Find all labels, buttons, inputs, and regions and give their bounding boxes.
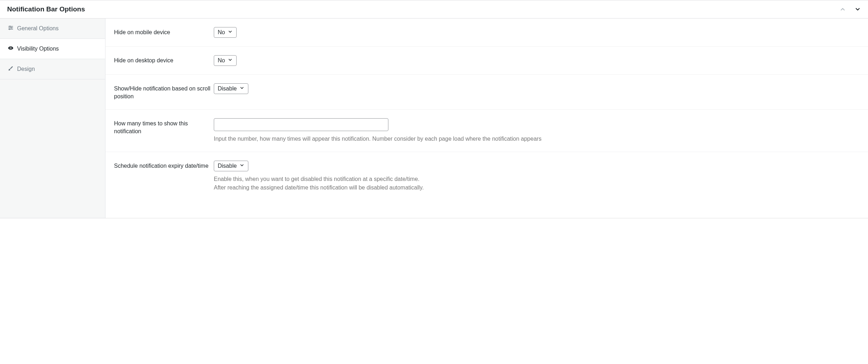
sidebar-item-label: Design [17,66,35,72]
content-area: Hide on mobile device No Hide on desktop… [105,19,868,218]
panel-toggle-group [839,6,861,12]
svg-point-1 [10,26,11,27]
help-expiry-line1: Enable this, when you want to get disabl… [214,175,859,183]
chevron-down-icon[interactable] [854,6,861,12]
label-show-count: How many times to show this notification [114,118,214,136]
help-expiry-line2: After reaching the assigned date/time th… [214,183,859,192]
select-hide-mobile[interactable]: No [214,27,237,38]
chevron-down-icon [239,85,244,92]
svg-point-3 [11,27,12,28]
panel-title: Notification Bar Options [7,5,85,13]
notification-options-panel: Notification Bar Options General Options [0,0,868,218]
label-expiry: Schedule notification expiry date/time [114,161,214,170]
chevron-down-icon [228,57,233,64]
select-expiry[interactable]: Disable [214,161,248,171]
row-hide-desktop: Hide on desktop device No [105,47,868,75]
row-show-count: How many times to show this notification… [105,110,868,152]
select-value: No [218,29,225,36]
brush-icon [8,66,14,73]
select-hide-desktop[interactable]: No [214,55,237,66]
row-hide-mobile: Hide on mobile device No [105,19,868,47]
chevron-down-icon [239,163,244,169]
sidebar-item-visibility-options[interactable]: Visibility Options [0,39,105,59]
select-value: Disable [218,85,237,92]
help-expiry: Enable this, when you want to get disabl… [214,175,859,192]
sidebar-item-design[interactable]: Design [0,59,105,79]
svg-point-5 [9,29,10,30]
label-hide-desktop: Hide on desktop device [114,55,214,64]
sliders-icon [8,25,14,32]
label-scroll-position: Show/Hide notification based on scroll p… [114,83,214,101]
input-show-count[interactable] [214,118,388,131]
sidebar-item-label: Visibility Options [17,46,59,52]
chevron-up-icon[interactable] [839,6,846,12]
select-value: Disable [218,163,237,169]
label-hide-mobile: Hide on mobile device [114,27,214,36]
select-scroll-position[interactable]: Disable [214,83,248,94]
sidebar: General Options Visibility Options Desig… [0,19,105,218]
row-expiry: Schedule notification expiry date/time D… [105,152,868,201]
select-value: No [218,57,225,64]
panel-header: Notification Bar Options [0,0,868,19]
eye-icon [8,45,14,52]
chevron-down-icon [228,29,233,36]
help-show-count: Input the number, how many times will ap… [214,135,859,143]
sidebar-item-label: General Options [17,25,59,32]
sidebar-item-general-options[interactable]: General Options [0,19,105,39]
panel-body: General Options Visibility Options Desig… [0,19,868,218]
row-scroll-position: Show/Hide notification based on scroll p… [105,75,868,110]
